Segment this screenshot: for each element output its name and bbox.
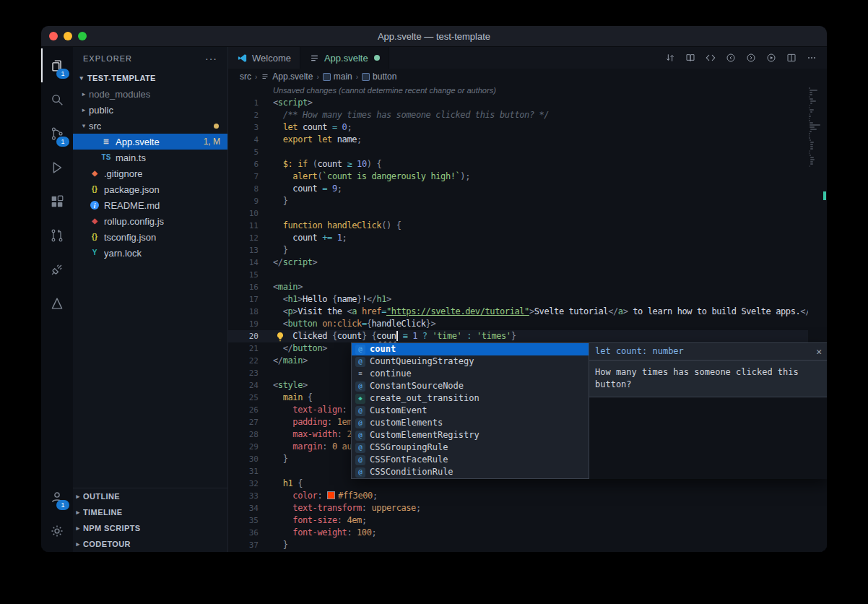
tab-welcome[interactable]: Welcome bbox=[228, 47, 300, 69]
suggest-item-continue[interactable]: ≡continue bbox=[352, 368, 589, 380]
activity-accounts-button[interactable]: 1 bbox=[41, 480, 73, 514]
line-content[interactable]: /** How many times has someone clicked t… bbox=[273, 109, 827, 121]
code-line[interactable]: 4 export let name; bbox=[228, 134, 827, 146]
line-number[interactable]: 8 bbox=[228, 183, 259, 195]
workspace-section-header[interactable]: ▾ TEST-TEMPLATE bbox=[73, 70, 227, 86]
line-number[interactable]: 15 bbox=[228, 269, 259, 281]
line-number[interactable]: 20 bbox=[228, 330, 259, 342]
tree-item-package-json[interactable]: {}package.json bbox=[73, 181, 227, 197]
line-number[interactable]: 14 bbox=[228, 256, 259, 269]
suggest-item-create-out-transition[interactable]: ◆create_out_transition bbox=[352, 392, 589, 405]
tree-item-rollup-config-js[interactable]: ◆rollup.config.js bbox=[73, 213, 227, 229]
line-content[interactable]: color: #ff3e00; bbox=[273, 490, 827, 502]
open-preview-icon[interactable] bbox=[681, 48, 700, 67]
line-content[interactable]: $: if (count ≥ 10) { bbox=[273, 158, 827, 171]
minimap[interactable] bbox=[808, 85, 823, 552]
suggest-item-countqueuingstrategy[interactable]: @CountQueuingStrategy bbox=[352, 355, 589, 368]
code-line[interactable]: 15 bbox=[228, 269, 827, 281]
suggest-item-cssconditionrule[interactable]: @CSSConditionRule bbox=[352, 466, 589, 478]
line-number[interactable]: 11 bbox=[228, 220, 259, 232]
line-content[interactable]: Clicked {count} {coun ≡ 1 ? 'time' : 'ti… bbox=[273, 330, 827, 342]
code-line[interactable]: 37 } bbox=[228, 539, 827, 551]
tree-item-gitignore[interactable]: ◆.gitignore bbox=[73, 165, 227, 181]
code-line[interactable]: 13 } bbox=[228, 244, 827, 256]
suggest-item-cssgroupingrule[interactable]: @CSSGroupingRule bbox=[352, 441, 589, 454]
line-number[interactable]: 30 bbox=[228, 453, 259, 465]
line-content[interactable]: count += 1; bbox=[273, 232, 827, 244]
code-line[interactable]: 7 alert(`count is dangerously high!`); bbox=[228, 171, 827, 183]
breadcrumb-item-main[interactable]: main bbox=[323, 72, 352, 82]
activity-run-debug-button[interactable] bbox=[41, 150, 73, 184]
tree-item-readme-md[interactable]: iREADME.md bbox=[73, 197, 227, 213]
tree-item-main-ts[interactable]: TSmain.ts bbox=[73, 150, 227, 165]
code-line[interactable]: 36 font-weight: 100; bbox=[228, 527, 827, 539]
suggest-item-customelementregistry[interactable]: @CustomElementRegistry bbox=[352, 429, 589, 441]
code-line[interactable]: 10 bbox=[228, 207, 827, 220]
line-number[interactable]: 23 bbox=[228, 367, 259, 379]
line-number[interactable]: 29 bbox=[228, 441, 259, 453]
line-content[interactable]: font-weight: 100; bbox=[273, 527, 827, 539]
code-line[interactable]: 16<main> bbox=[228, 281, 827, 293]
overview-ruler[interactable] bbox=[823, 85, 827, 552]
run-file-icon[interactable] bbox=[762, 48, 781, 67]
code-line[interactable]: 18 <p>Visit the <a href="https://svelte.… bbox=[228, 306, 827, 318]
lightbulb-icon[interactable] bbox=[274, 331, 286, 342]
code-line[interactable]: 14</script> bbox=[228, 256, 827, 269]
line-content[interactable]: <script> bbox=[273, 97, 827, 109]
tab-app-svelte[interactable]: App.svelte bbox=[300, 47, 389, 69]
code-line[interactable]: 9 } bbox=[228, 195, 827, 207]
code-line[interactable]: 1<script> bbox=[228, 97, 827, 109]
panel-header-timeline[interactable]: ▸TIMELINE bbox=[73, 504, 227, 520]
line-number[interactable]: 34 bbox=[228, 502, 259, 514]
close-icon[interactable]: ✕ bbox=[810, 345, 822, 358]
line-content[interactable]: h1 { bbox=[273, 478, 827, 490]
line-number[interactable]: 4 bbox=[228, 134, 259, 146]
titlebar[interactable]: App.svelte — test-template bbox=[41, 26, 827, 47]
line-number[interactable]: 18 bbox=[228, 306, 259, 318]
zoom-window-button[interactable] bbox=[78, 32, 87, 40]
line-number[interactable]: 31 bbox=[228, 465, 259, 478]
activity-extensions-button[interactable] bbox=[41, 184, 73, 218]
open-changes-icon[interactable] bbox=[661, 48, 680, 67]
line-number[interactable]: 13 bbox=[228, 244, 259, 256]
line-number[interactable]: 36 bbox=[228, 527, 259, 539]
activity-remote-explorer-button[interactable] bbox=[41, 252, 73, 286]
line-number[interactable]: 28 bbox=[228, 428, 259, 441]
line-number[interactable]: 1 bbox=[228, 97, 259, 109]
code-line[interactable]: 35 font-size: 4em; bbox=[228, 514, 827, 527]
code-line[interactable]: 8 count = 9; bbox=[228, 183, 827, 195]
suggest-item-customelements[interactable]: @customElements bbox=[352, 417, 589, 429]
go-forward-icon[interactable] bbox=[742, 48, 760, 67]
line-content[interactable] bbox=[273, 207, 827, 220]
suggest-item-count[interactable]: @count bbox=[352, 343, 589, 355]
activity-source-control-button[interactable]: 1 bbox=[41, 116, 73, 150]
code-line[interactable]: 32 h1 { bbox=[228, 478, 827, 490]
tree-item-app-svelte[interactable]: ≣App.svelte1, M bbox=[73, 134, 227, 150]
minimize-window-button[interactable] bbox=[64, 32, 72, 40]
line-number[interactable]: 3 bbox=[228, 121, 259, 134]
more-actions-icon[interactable] bbox=[802, 48, 821, 67]
go-back-icon[interactable] bbox=[721, 48, 740, 67]
line-content[interactable]: } bbox=[273, 195, 827, 207]
line-content[interactable]: export let name; bbox=[273, 134, 827, 146]
activity-explorer-button[interactable]: 1 bbox=[41, 48, 73, 82]
line-content[interactable]: </script> bbox=[273, 256, 827, 269]
breadcrumb-item-button[interactable]: button bbox=[362, 72, 396, 82]
line-content[interactable]: text-transform: uppercase; bbox=[273, 502, 827, 514]
code-line[interactable]: 5 bbox=[228, 146, 827, 158]
code-line[interactable]: 19 <button on:click={handleClick}> bbox=[228, 318, 827, 330]
panel-header-codetour[interactable]: ▸CODETOUR bbox=[73, 536, 227, 552]
line-content[interactable]: <p>Visit the <a href="https://svelte.dev… bbox=[273, 306, 827, 318]
line-number[interactable]: 19 bbox=[228, 318, 259, 330]
more-actions-icon[interactable]: ··· bbox=[205, 53, 217, 64]
line-content[interactable]: } bbox=[273, 244, 827, 256]
code-line[interactable]: 6 $: if (count ≥ 10) { bbox=[228, 158, 827, 171]
code-line[interactable]: 34 text-transform: uppercase; bbox=[228, 502, 827, 514]
line-number[interactable]: 16 bbox=[228, 281, 259, 293]
line-number[interactable]: 5 bbox=[228, 146, 259, 158]
line-number[interactable]: 22 bbox=[228, 355, 259, 367]
line-content[interactable] bbox=[273, 146, 827, 158]
tree-item-node-modules[interactable]: ▸node_modules bbox=[73, 86, 227, 102]
activity-settings-button[interactable] bbox=[41, 514, 73, 548]
line-number[interactable]: 6 bbox=[228, 158, 259, 171]
